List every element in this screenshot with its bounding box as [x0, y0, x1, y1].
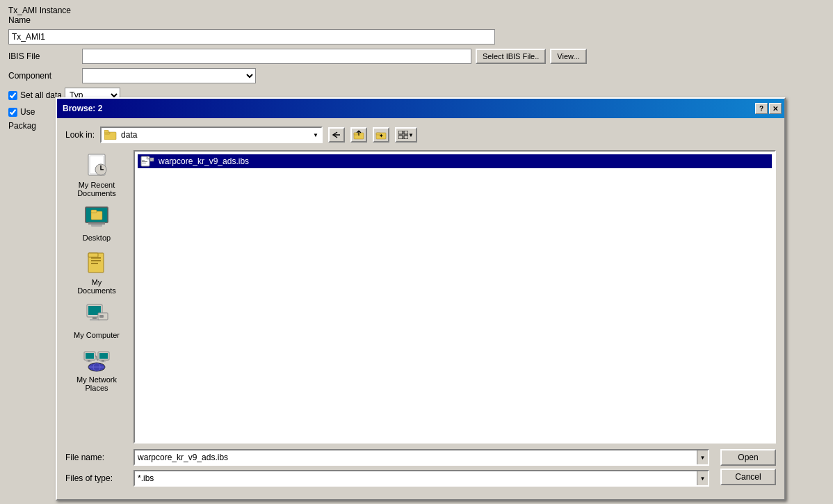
- views-button[interactable]: ▼: [395, 127, 417, 143]
- dialog-controls: ? ✕: [755, 103, 782, 114]
- content-area: My RecentDocuments Desktop: [65, 150, 776, 444]
- up-folder-icon: [353, 130, 364, 140]
- svg-rect-19: [91, 225, 102, 227]
- svg-rect-25: [91, 260, 101, 261]
- bottom-area: File name: ▼ Files of type: *.ibs ▼: [65, 449, 776, 491]
- back-icon: [332, 131, 341, 139]
- lookin-select-inner: data: [104, 130, 137, 140]
- filetype-row: Files of type: *.ibs ▼: [65, 470, 709, 487]
- recent-documents-icon: [83, 153, 111, 178]
- file-item[interactable]: warpcore_kr_v9_ads.ibs: [138, 154, 772, 168]
- close-button[interactable]: ✕: [769, 103, 782, 114]
- svg-rect-36: [86, 361, 92, 362]
- svg-rect-24: [91, 257, 101, 259]
- package-label: Packag: [8, 121, 36, 131]
- views-arrow: ▼: [408, 132, 414, 138]
- recent-docs-label: My RecentDocuments: [77, 181, 116, 197]
- views-icon: [398, 131, 408, 139]
- help-button[interactable]: ?: [755, 103, 768, 114]
- use-label: Use: [20, 107, 35, 117]
- svg-rect-32: [99, 315, 104, 318]
- svg-rect-23: [88, 253, 98, 257]
- filetype-label: Files of type:: [65, 473, 128, 483]
- svg-rect-35: [88, 360, 90, 361]
- svg-rect-2: [104, 130, 108, 133]
- filename-label: File name:: [65, 453, 128, 462]
- up-folder-button[interactable]: [350, 127, 367, 143]
- svg-rect-39: [102, 360, 104, 361]
- filename-input[interactable]: [135, 450, 697, 464]
- svg-rect-46: [142, 161, 147, 162]
- instance-input-row: [8, 29, 825, 44]
- view-button[interactable]: View...: [550, 49, 586, 64]
- back-button[interactable]: [328, 127, 345, 143]
- left-panel: My RecentDocuments Desktop: [65, 150, 128, 444]
- filetype-value: *.ibs: [135, 472, 697, 485]
- ibis-file-label: IBIS File: [8, 51, 78, 61]
- ibis-file-row: IBIS File Select IBIS File.. View...: [8, 49, 825, 64]
- dialog-action-buttons: Open Cancel: [720, 449, 776, 485]
- component-label: Component: [8, 71, 78, 81]
- lookin-label: Look in:: [65, 130, 95, 140]
- lookin-dropdown-arrow: ▼: [313, 132, 318, 138]
- nav-recent-documents[interactable]: My RecentDocuments: [69, 150, 124, 200]
- folder-icon: [104, 130, 117, 140]
- desktop-label: Desktop: [83, 234, 111, 242]
- filename-row: File name: ▼: [65, 449, 709, 466]
- set-all-data-checkbox[interactable]: [8, 91, 17, 100]
- browse-dialog: Browse: 2 ? ✕ Look in: data ▼: [56, 97, 786, 501]
- lookin-value: data: [121, 130, 137, 140]
- filetype-dropdown-arrow[interactable]: ▼: [697, 471, 708, 485]
- new-folder-button[interactable]: ✦: [373, 127, 389, 143]
- lookin-row: Look in: data ▼: [65, 127, 776, 143]
- my-documents-label: My Documents: [72, 278, 122, 295]
- nav-my-documents[interactable]: My Documents: [69, 247, 124, 298]
- svg-rect-47: [142, 163, 146, 163]
- dialog-body: Look in: data ▼: [57, 118, 784, 499]
- svg-rect-34: [86, 353, 94, 359]
- my-computer-label: My Computer: [74, 331, 120, 339]
- use-checkbox[interactable]: [8, 108, 17, 117]
- svg-rect-11: [398, 136, 403, 139]
- svg-rect-9: [398, 131, 403, 134]
- svg-rect-29: [92, 317, 97, 319]
- open-button[interactable]: Open: [720, 449, 776, 466]
- dialog-titlebar: Browse: 2 ? ✕: [57, 99, 784, 118]
- svg-rect-5: [354, 133, 358, 135]
- svg-rect-26: [91, 263, 98, 264]
- filename-dropdown-arrow[interactable]: ▼: [697, 450, 708, 464]
- svg-text:✦: ✦: [379, 133, 384, 139]
- my-documents-icon: [83, 250, 111, 275]
- instance-name-label: Tx_AMI Instance Name: [8, 6, 78, 25]
- svg-rect-18: [88, 222, 105, 225]
- ibis-file-input[interactable]: [82, 49, 471, 64]
- select-ibis-button[interactable]: Select IBIS File..: [476, 49, 546, 64]
- cancel-button[interactable]: Cancel: [720, 469, 776, 485]
- file-name: warpcore_kr_v9_ads.ibs: [159, 156, 249, 166]
- svg-rect-21: [91, 210, 97, 213]
- nav-my-computer[interactable]: My Computer: [69, 300, 124, 342]
- lookin-select[interactable]: data ▼: [100, 127, 323, 143]
- svg-rect-38: [99, 353, 108, 359]
- my-network-icon: [83, 348, 111, 373]
- my-computer-icon: [83, 303, 111, 328]
- svg-rect-40: [100, 361, 106, 362]
- file-icon: [140, 156, 154, 167]
- new-folder-icon: ✦: [375, 130, 387, 140]
- component-row: Component: [8, 68, 825, 83]
- file-list-area[interactable]: warpcore_kr_v9_ads.ibs: [134, 150, 776, 444]
- desktop-icon: [83, 206, 111, 231]
- instance-name-input[interactable]: [8, 29, 495, 44]
- component-select[interactable]: [82, 68, 256, 83]
- my-network-label: My NetworkPlaces: [76, 375, 117, 392]
- nav-my-network[interactable]: My NetworkPlaces: [69, 345, 124, 395]
- instance-name-row: Tx_AMI Instance Name: [8, 6, 825, 25]
- dialog-title: Browse: 2: [63, 104, 102, 113]
- svg-rect-45: [142, 160, 145, 161]
- nav-desktop[interactable]: Desktop: [69, 203, 124, 245]
